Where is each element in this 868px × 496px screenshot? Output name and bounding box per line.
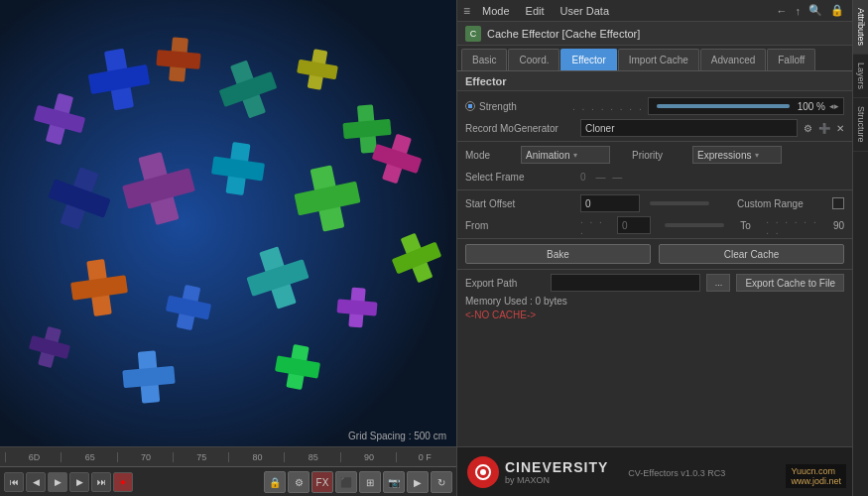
ruler-mark-3: 75 [173, 452, 228, 462]
mode-select[interactable]: Animation ▾ [521, 146, 610, 164]
strength-fill [657, 104, 790, 108]
cine-by: by MAXON [505, 475, 608, 485]
edit-menu[interactable]: Edit [522, 3, 549, 19]
priority-arrow-icon: ▾ [755, 151, 759, 160]
search-btn[interactable]: 🔍 [806, 2, 824, 19]
timeline-bar: 6D 65 70 75 80 85 90 0 F ⏮ ◀ ▶ ▶ ⏭ ● 🔒 ⚙… [0, 446, 456, 496]
strength-label: Strength [479, 101, 568, 112]
priority-select[interactable]: Expressions ▾ [692, 146, 782, 164]
menu-bar: ≡ Mode Edit User Data ← ↑ 🔍 🔒 [457, 0, 852, 22]
strength-value: 100 % [798, 101, 825, 112]
motion-btn[interactable]: ↻ [431, 471, 452, 493]
clear-cache-btn[interactable]: Clear Cache [659, 244, 844, 264]
menu-right-area: ← ↑ 🔍 🔒 [775, 2, 847, 19]
record-remove-icon[interactable]: ✕ [836, 123, 844, 134]
render-btn[interactable]: ▶ [407, 471, 429, 493]
to-value: 90 [833, 220, 844, 231]
memory-used: Memory Used : 0 bytes [457, 294, 852, 309]
tab-import-cache[interactable]: Import Cache [618, 49, 699, 70]
go-end-btn[interactable]: ⏭ [91, 472, 111, 492]
ruler-mark-1: 65 [61, 452, 116, 462]
to-label: To [740, 220, 760, 231]
svg-point-41 [480, 469, 486, 475]
start-offset-value: 0 [585, 198, 591, 209]
cineversity-logo: CINEVERSITY by MAXON [467, 456, 608, 488]
divider-4 [457, 269, 852, 270]
mode-menu[interactable]: Mode [478, 3, 514, 19]
from-label: From [465, 220, 574, 231]
record-btn[interactable]: ● [113, 472, 133, 492]
3d-scene [0, 0, 456, 446]
ruler-mark-2: 70 [117, 452, 173, 462]
hamburger-icon[interactable]: ≡ [463, 4, 470, 18]
object-btn[interactable]: ⬛ [335, 471, 357, 493]
grid-btn[interactable]: ⊞ [359, 471, 381, 493]
tab-basic[interactable]: Basic [461, 49, 507, 70]
export-path-label: Export Path [465, 278, 545, 289]
play-btn[interactable]: ▶ [48, 472, 67, 492]
from-slider[interactable] [665, 223, 724, 227]
side-tab-layers[interactable]: Layers [853, 55, 868, 98]
tabs-row: Basic Coord. Effector Import Cache Advan… [457, 46, 852, 71]
ruler-mark-6: 90 [340, 452, 396, 462]
form-area: Strength . . . . . . . . 100 % ◂▸ Record… [457, 91, 852, 446]
export-path-input[interactable] [551, 274, 700, 292]
export-to-file-btn[interactable]: Export Cache to File [736, 274, 844, 292]
custom-range-checkbox[interactable] [832, 197, 844, 209]
record-add-icon[interactable]: ➕ [818, 123, 830, 134]
cine-text-area: CINEVERSITY by MAXON [505, 459, 608, 485]
bake-btn[interactable]: Bake [465, 244, 651, 264]
strength-slider[interactable] [657, 104, 790, 108]
no-cache-label: <-NO CACHE-> [457, 309, 852, 321]
start-offset-slider[interactable] [650, 201, 709, 205]
export-browse-btn[interactable]: ... [706, 274, 730, 292]
priority-label: Priority [632, 150, 686, 161]
offset-range-row: Start Offset 0 Custom Range [457, 192, 852, 214]
strength-radio[interactable] [465, 101, 475, 111]
watermark-line2: www.jodi.net [791, 476, 841, 486]
user-data-menu[interactable]: User Data [557, 3, 614, 19]
from-dots: . . . . [580, 214, 607, 236]
lock-btn[interactable]: 🔒 [264, 471, 286, 493]
tab-advanced[interactable]: Advanced [700, 49, 766, 70]
mode-priority-row: Mode Animation ▾ Priority Expressions ▾ [457, 144, 852, 166]
record-row: Record MoGenerator Cloner ⚙ ➕ ✕ [457, 117, 852, 139]
cine-svg [471, 460, 495, 484]
strength-input-area[interactable]: 100 % ◂▸ [648, 97, 844, 115]
mode-label: Mode [465, 150, 515, 161]
fx-btn[interactable]: FX [311, 471, 333, 493]
side-tab-attributes[interactable]: Attributes [853, 0, 868, 55]
from-value: 0 [622, 220, 628, 231]
select-frame-label: Select Frame [465, 172, 574, 183]
prev-frame-btn[interactable]: ◀ [26, 472, 46, 492]
section-title: Effector [465, 75, 507, 87]
camera-btn[interactable]: 📷 [383, 471, 405, 493]
object-icon: C [465, 26, 481, 42]
lock-panel-btn[interactable]: 🔒 [828, 2, 846, 19]
settings-btn[interactable]: ⚙ [288, 471, 310, 493]
timeline-controls: ⏮ ◀ ▶ ▶ ⏭ ● 🔒 ⚙ FX ⬛ ⊞ 📷 ▶ ↻ [0, 467, 456, 496]
from-input[interactable]: 0 [617, 216, 651, 234]
cine-name: CINEVERSITY [505, 459, 608, 475]
record-value-display: Cloner [580, 119, 798, 137]
up-btn[interactable]: ↑ [794, 3, 804, 19]
right-panel: ≡ Mode Edit User Data ← ↑ 🔍 🔒 C Cache Ef… [456, 0, 868, 496]
tab-falloff[interactable]: Falloff [767, 49, 815, 70]
side-tab-structure[interactable]: Structure [853, 98, 868, 152]
next-frame-btn[interactable]: ▶ [69, 472, 89, 492]
record-label: Record MoGenerator [465, 123, 574, 134]
viewport[interactable]: Grid Spacing : 500 cm 6D 65 70 75 80 85 … [0, 0, 456, 496]
back-btn[interactable]: ← [775, 3, 790, 19]
record-value: Cloner [585, 123, 614, 134]
record-gear-icon[interactable]: ⚙ [804, 123, 812, 134]
start-offset-input[interactable]: 0 [580, 194, 640, 212]
mode-value: Animation [526, 150, 569, 161]
version-text: CV-Effectors v1.0.3 RC3 [628, 468, 725, 478]
tab-effector[interactable]: Effector [560, 49, 616, 70]
go-start-btn[interactable]: ⏮ [4, 472, 24, 492]
tab-coord[interactable]: Coord. [508, 49, 559, 70]
custom-range-label: Custom Range [737, 198, 826, 209]
select-frame-dots: — — [596, 172, 625, 183]
side-tabs: Attributes Layers Structure [852, 0, 868, 496]
strength-arrows[interactable]: ◂▸ [829, 101, 839, 111]
